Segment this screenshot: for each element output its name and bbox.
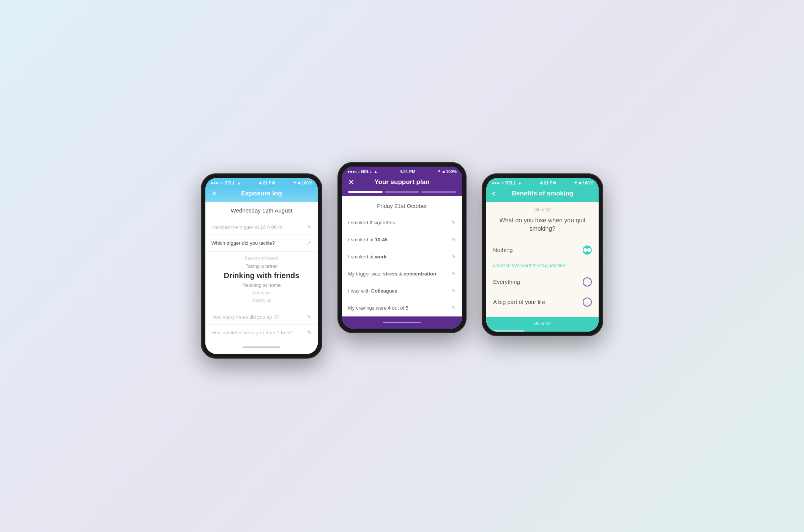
phone2-header: ✕ Your support plan <box>342 175 462 191</box>
phone2-content: Friday 21st October I smoked 2 cigarette… <box>342 196 462 316</box>
phone3-question: What do you lose when you quit smoking? <box>493 216 592 233</box>
phone2-wifi-icon: ▲ <box>374 169 378 174</box>
phone1-title: Exposure log <box>241 190 282 197</box>
trigger-drinking-friends[interactable]: Drinking with friends <box>211 270 312 281</box>
phone2-trigger-label: My trigger was: stress & concentration <box>348 271 436 277</box>
phone2-time: 4:21 PM <box>400 169 416 174</box>
phone1-close-button[interactable]: ✕ <box>211 189 217 198</box>
phone3-header: < Benefits of smoking <box>486 187 599 202</box>
trigger-waking-up[interactable]: Waking up <box>211 297 312 304</box>
phone3-carrier: ●●●○○ BELL <box>492 181 516 185</box>
phone1-count-edit-icon[interactable]: ✎ <box>307 314 312 320</box>
phone1-confidence-label: How confident were you from 1 to 5? <box>211 330 292 335</box>
phone2-cravings-label: My cravings were 4 out of 5 <box>348 305 408 311</box>
phone1-time: 4:21 PM <box>259 181 275 185</box>
phone2-colleagues-edit-icon[interactable]: ✎ <box>451 288 456 294</box>
phone1-wifi-icon: ▲ <box>237 181 241 185</box>
phone1-trigger-label: Which trigger did you tackle? <box>211 240 275 246</box>
phone2-footer <box>342 316 462 329</box>
phone2-location-label: I smoked at work <box>348 254 386 260</box>
phone2-close-button[interactable]: ✕ <box>348 178 355 187</box>
phone3-home-indicator <box>486 330 524 332</box>
phone1-count-label: How many times did you try it? <box>211 314 279 320</box>
phone2-battery: ■ 100% <box>442 169 457 174</box>
phone3-everything-label: Everything <box>493 279 520 285</box>
phone1-date: Wednesday 12th August <box>205 202 318 219</box>
phone3-bt-icon: ✦ <box>574 180 577 185</box>
phone3-wifi-icon: ▲ <box>518 181 522 185</box>
phone1-trigger-list: Feeling stressed Taking a break Drinking… <box>205 252 318 309</box>
trigger-feeling-stressed[interactable]: Feeling stressed <box>211 255 312 262</box>
phone2-cigarettes-label: I smoked 2 cigarettes <box>348 220 395 225</box>
phone1-check-icon: ✓ <box>307 239 312 247</box>
phone2-home-indicator <box>383 322 421 323</box>
phone3-nothing-radio[interactable] <box>583 246 592 255</box>
phone2-bt-icon: ✦ <box>437 169 441 174</box>
phone2-tab-bar <box>342 191 462 196</box>
phone1-carrier: ●●●○○ BELL <box>211 181 235 185</box>
phone1-time-edit-icon[interactable]: ✎ <box>307 224 312 230</box>
phone1-trigger-item[interactable]: Which trigger did you tackle? ✓ <box>205 235 318 252</box>
phone2-trigger-edit-icon[interactable]: ✎ <box>451 271 456 277</box>
phone3-option-everything[interactable]: Everything <box>493 272 592 292</box>
phone2-status-bar: ●●●○○ BELL ▲ 4:21 PM ✦ ■ 100% <box>342 167 462 175</box>
phone2-item-location[interactable]: I smoked at work ✎ <box>342 248 462 265</box>
phone3-benefits: ●●●○○ BELL ▲ 4:21 PM ✦ ■ 100% < Benefits… <box>482 173 603 336</box>
phone3-time: 4:21 PM <box>540 181 556 185</box>
phone2-item-cigarettes[interactable]: I smoked 2 cigarettes ✎ <box>342 214 462 231</box>
phone2-location-edit-icon[interactable]: ✎ <box>451 253 456 260</box>
phone2-date: Friday 21st October <box>342 196 462 214</box>
phone3-status-bar: ●●●○○ BELL ▲ 4:21 PM ✦ ■ 100% <box>486 178 599 187</box>
phone2-item-colleagues[interactable]: I was with Colleagues ✎ <box>342 282 462 299</box>
phone1-time-label: I tackled the trigger at 14 h 00 m <box>211 224 282 230</box>
tab1[interactable] <box>348 191 383 193</box>
trigger-boredom[interactable]: Boredom <box>211 289 312 297</box>
phone3-bigpart-label: A big part of your life <box>493 299 545 305</box>
phone2-cigarettes-edit-icon[interactable]: ✎ <box>451 219 456 225</box>
phone2-cravings-edit-icon[interactable]: ✎ <box>451 305 456 311</box>
phone1-bt-icon: ✦ <box>293 180 296 185</box>
phone1-content: Wednesday 12th August I tackled the trig… <box>205 202 318 340</box>
phone2-time-edit-icon[interactable]: ✎ <box>451 236 456 242</box>
phone1-time-item[interactable]: I tackled the trigger at 14 h 00 m ✎ <box>205 219 318 235</box>
phone3-home-bar <box>486 330 599 332</box>
trigger-taking-break[interactable]: Taking a break <box>211 262 312 270</box>
phone2-carrier: ●●●○○ BELL <box>347 169 372 174</box>
phone2-item-trigger[interactable]: My trigger was: stress & concentration ✎ <box>342 265 462 282</box>
phone1-header: ✕ Exposure log <box>205 187 318 202</box>
phone2-time-smoked-label: I smoked at 10:45 <box>348 237 388 242</box>
phone3-next-page-num: 05 of 06 <box>493 321 592 326</box>
phone3-title: Benefits of smoking <box>512 190 573 197</box>
phone3-page-num: 04 of 06 <box>493 207 592 212</box>
phone3-next-card: 05 of 06 <box>486 317 599 330</box>
phone1-count-item[interactable]: How many times did you try it? ✎ <box>205 309 318 325</box>
phone1-exposure-log: ●●●○○ BELL ▲ 4:21 PM ✦ ■ 100% ✕ Exposure… <box>201 173 322 359</box>
phone1-status-bar: ●●●○○ BELL ▲ 4:21 PM ✦ ■ 100% <box>205 178 318 187</box>
phones-container: ●●●○○ BELL ▲ 4:21 PM ✦ ■ 100% ✕ Exposure… <box>201 173 603 359</box>
phone3-card1: 04 of 06 What do you lose when you quit … <box>486 202 599 317</box>
phone3-nothing-label: Nothing <box>493 247 513 253</box>
phone3-option-nothing[interactable]: Nothing <box>493 240 592 260</box>
phone3-content: 04 of 06 What do you lose when you quit … <box>486 202 599 330</box>
phone1-confidence-item[interactable]: How confident were you from 1 to 5? ✎ <box>205 325 318 340</box>
phone2-colleagues-label: I was with Colleagues <box>348 288 397 294</box>
phone2-support-plan: ●●●○○ BELL ▲ 4:21 PM ✦ ■ 100% ✕ Your sup… <box>337 162 467 333</box>
tab3[interactable] <box>421 191 456 193</box>
trigger-relaxing[interactable]: Relaxing at home <box>211 281 312 289</box>
tab2[interactable] <box>385 191 419 193</box>
phone3-option-bigpart[interactable]: A big part of your life <box>493 292 592 312</box>
phone3-back-button[interactable]: < <box>492 189 496 198</box>
phone3-bigpart-radio[interactable] <box>583 297 592 307</box>
phone3-correct-message: Correct! We want to stay positive! <box>493 260 592 272</box>
phone2-item-cravings[interactable]: My cravings were 4 out of 5 ✎ <box>342 299 462 316</box>
phone1-confidence-edit-icon[interactable]: ✎ <box>307 329 312 335</box>
phone3-everything-radio[interactable] <box>583 277 592 286</box>
phone3-battery: ■ 100% <box>579 181 593 185</box>
phone1-battery: ■ 100% <box>298 181 312 185</box>
phone1-home-bar <box>205 340 318 354</box>
phone2-item-time[interactable]: I smoked at 10:45 ✎ <box>342 231 462 248</box>
phone2-title: Your support plan <box>374 178 429 186</box>
phone1-home-indicator <box>243 346 281 348</box>
